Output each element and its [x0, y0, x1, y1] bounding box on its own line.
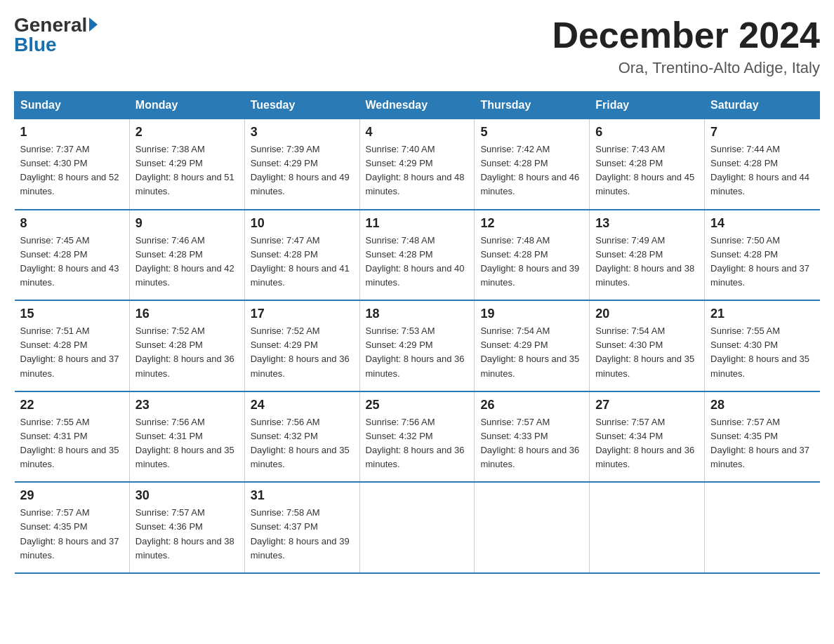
week-row-1: 1Sunrise: 7:37 AMSunset: 4:30 PMDaylight…	[15, 119, 820, 210]
day-info: Sunrise: 7:51 AMSunset: 4:28 PMDaylight:…	[20, 324, 124, 381]
day-info: Sunrise: 7:48 AMSunset: 4:28 PMDaylight:…	[366, 234, 469, 290]
title-block: December 2024 Ora, Trentino-Alto Adige, …	[552, 14, 820, 77]
calendar-header: SundayMondayTuesdayWednesdayThursdayFrid…	[15, 92, 820, 119]
day-info: Sunrise: 7:54 AMSunset: 4:29 PMDaylight:…	[480, 324, 583, 381]
day-info: Sunrise: 7:53 AMSunset: 4:29 PMDaylight:…	[366, 324, 469, 381]
day-number: 28	[710, 398, 814, 412]
calendar-cell: 12Sunrise: 7:48 AMSunset: 4:28 PMDayligh…	[475, 210, 590, 301]
day-number: 25	[366, 398, 469, 412]
day-number: 29	[20, 488, 124, 503]
day-info: Sunrise: 7:52 AMSunset: 4:29 PMDaylight:…	[251, 324, 354, 381]
day-number: 10	[251, 216, 354, 231]
calendar-cell: 26Sunrise: 7:57 AMSunset: 4:33 PMDayligh…	[475, 391, 590, 483]
day-number: 15	[20, 307, 124, 321]
col-header-tuesday: Tuesday	[244, 92, 359, 119]
day-info: Sunrise: 7:47 AMSunset: 4:28 PMDaylight:…	[251, 234, 354, 290]
day-info: Sunrise: 7:56 AMSunset: 4:32 PMDaylight:…	[366, 415, 469, 472]
calendar-cell: 14Sunrise: 7:50 AMSunset: 4:28 PMDayligh…	[705, 210, 820, 301]
calendar-cell: 15Sunrise: 7:51 AMSunset: 4:28 PMDayligh…	[15, 300, 130, 391]
day-number: 21	[710, 307, 814, 321]
day-info: Sunrise: 7:57 AMSunset: 4:35 PMDaylight:…	[20, 506, 124, 563]
calendar-cell: 30Sunrise: 7:57 AMSunset: 4:36 PMDayligh…	[129, 482, 244, 573]
day-info: Sunrise: 7:43 AMSunset: 4:28 PMDaylight:…	[595, 142, 699, 199]
day-number: 13	[595, 216, 699, 231]
calendar-cell: 21Sunrise: 7:55 AMSunset: 4:30 PMDayligh…	[705, 300, 820, 391]
day-number: 27	[595, 398, 699, 412]
calendar-cell	[475, 482, 590, 573]
day-number: 2	[135, 125, 239, 140]
calendar-cell: 23Sunrise: 7:56 AMSunset: 4:31 PMDayligh…	[129, 391, 244, 483]
logo: General Blue	[14, 14, 98, 56]
day-info: Sunrise: 7:42 AMSunset: 4:28 PMDaylight:…	[480, 142, 583, 199]
day-info: Sunrise: 7:58 AMSunset: 4:37 PMDaylight:…	[251, 506, 354, 563]
col-header-saturday: Saturday	[705, 92, 820, 119]
day-info: Sunrise: 7:57 AMSunset: 4:33 PMDaylight:…	[480, 415, 583, 472]
day-number: 4	[366, 125, 469, 140]
col-header-wednesday: Wednesday	[359, 92, 475, 119]
day-info: Sunrise: 7:54 AMSunset: 4:30 PMDaylight:…	[595, 324, 699, 381]
day-info: Sunrise: 7:57 AMSunset: 4:34 PMDaylight:…	[595, 415, 699, 472]
day-number: 14	[710, 216, 814, 231]
calendar-cell: 10Sunrise: 7:47 AMSunset: 4:28 PMDayligh…	[244, 210, 359, 301]
calendar-cell: 3Sunrise: 7:39 AMSunset: 4:29 PMDaylight…	[244, 119, 359, 210]
day-info: Sunrise: 7:40 AMSunset: 4:29 PMDaylight:…	[366, 142, 469, 199]
calendar-cell: 28Sunrise: 7:57 AMSunset: 4:35 PMDayligh…	[705, 391, 820, 483]
week-row-2: 8Sunrise: 7:45 AMSunset: 4:28 PMDaylight…	[15, 210, 820, 301]
day-info: Sunrise: 7:52 AMSunset: 4:28 PMDaylight:…	[135, 324, 239, 381]
location-subtitle: Ora, Trentino-Alto Adige, Italy	[552, 59, 820, 77]
day-info: Sunrise: 7:45 AMSunset: 4:28 PMDaylight:…	[20, 234, 124, 290]
calendar-cell: 24Sunrise: 7:56 AMSunset: 4:32 PMDayligh…	[244, 391, 359, 483]
day-number: 19	[480, 307, 583, 321]
logo-blue-text: Blue	[14, 34, 57, 56]
day-number: 3	[251, 125, 354, 140]
day-number: 24	[251, 398, 354, 412]
calendar-cell: 9Sunrise: 7:46 AMSunset: 4:28 PMDaylight…	[129, 210, 244, 301]
day-number: 9	[135, 216, 239, 231]
calendar-cell: 7Sunrise: 7:44 AMSunset: 4:28 PMDaylight…	[705, 119, 820, 210]
calendar-cell: 17Sunrise: 7:52 AMSunset: 4:29 PMDayligh…	[244, 300, 359, 391]
week-row-5: 29Sunrise: 7:57 AMSunset: 4:35 PMDayligh…	[15, 482, 820, 573]
day-number: 16	[135, 307, 239, 321]
week-row-4: 22Sunrise: 7:55 AMSunset: 4:31 PMDayligh…	[15, 391, 820, 483]
calendar-cell: 5Sunrise: 7:42 AMSunset: 4:28 PMDaylight…	[475, 119, 590, 210]
calendar-cell: 11Sunrise: 7:48 AMSunset: 4:28 PMDayligh…	[359, 210, 475, 301]
day-number: 7	[710, 125, 814, 140]
calendar-cell: 22Sunrise: 7:55 AMSunset: 4:31 PMDayligh…	[15, 391, 130, 483]
day-number: 11	[366, 216, 469, 231]
day-info: Sunrise: 7:57 AMSunset: 4:36 PMDaylight:…	[135, 506, 239, 563]
calendar-cell: 13Sunrise: 7:49 AMSunset: 4:28 PMDayligh…	[590, 210, 705, 301]
col-header-friday: Friday	[590, 92, 705, 119]
logo-arrow-icon	[89, 18, 98, 32]
calendar-cell: 25Sunrise: 7:56 AMSunset: 4:32 PMDayligh…	[359, 391, 475, 483]
calendar-cell: 2Sunrise: 7:38 AMSunset: 4:29 PMDaylight…	[129, 119, 244, 210]
calendar-cell: 1Sunrise: 7:37 AMSunset: 4:30 PMDaylight…	[15, 119, 130, 210]
header-row: SundayMondayTuesdayWednesdayThursdayFrid…	[15, 92, 820, 119]
col-header-thursday: Thursday	[475, 92, 590, 119]
calendar-cell: 18Sunrise: 7:53 AMSunset: 4:29 PMDayligh…	[359, 300, 475, 391]
calendar-table: SundayMondayTuesdayWednesdayThursdayFrid…	[14, 91, 820, 574]
month-year-title: December 2024	[552, 14, 820, 56]
calendar-cell: 19Sunrise: 7:54 AMSunset: 4:29 PMDayligh…	[475, 300, 590, 391]
calendar-cell: 8Sunrise: 7:45 AMSunset: 4:28 PMDaylight…	[15, 210, 130, 301]
day-number: 30	[135, 488, 239, 503]
day-info: Sunrise: 7:55 AMSunset: 4:31 PMDaylight:…	[20, 415, 124, 472]
day-number: 31	[251, 488, 354, 503]
day-info: Sunrise: 7:56 AMSunset: 4:31 PMDaylight:…	[135, 415, 239, 472]
calendar-cell: 16Sunrise: 7:52 AMSunset: 4:28 PMDayligh…	[129, 300, 244, 391]
day-number: 23	[135, 398, 239, 412]
day-info: Sunrise: 7:44 AMSunset: 4:28 PMDaylight:…	[710, 142, 814, 199]
day-info: Sunrise: 7:48 AMSunset: 4:28 PMDaylight:…	[480, 234, 583, 290]
day-number: 26	[480, 398, 583, 412]
week-row-3: 15Sunrise: 7:51 AMSunset: 4:28 PMDayligh…	[15, 300, 820, 391]
day-number: 5	[480, 125, 583, 140]
day-info: Sunrise: 7:55 AMSunset: 4:30 PMDaylight:…	[710, 324, 814, 381]
day-number: 20	[595, 307, 699, 321]
day-number: 8	[20, 216, 124, 231]
calendar-cell	[359, 482, 475, 573]
day-number: 18	[366, 307, 469, 321]
day-number: 22	[20, 398, 124, 412]
page-header: General Blue December 2024 Ora, Trentino…	[14, 14, 820, 77]
calendar-cell: 29Sunrise: 7:57 AMSunset: 4:35 PMDayligh…	[15, 482, 130, 573]
day-number: 6	[595, 125, 699, 140]
calendar-cell: 20Sunrise: 7:54 AMSunset: 4:30 PMDayligh…	[590, 300, 705, 391]
